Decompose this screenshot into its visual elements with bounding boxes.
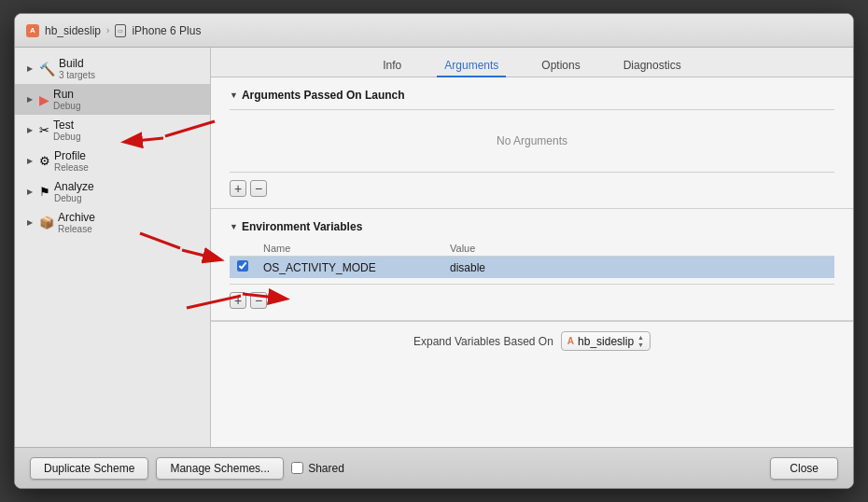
run-icon: ▶ [39,92,49,107]
run-label: Run [53,88,80,101]
env-variable-checkbox[interactable] [237,260,248,272]
profile-sublabel: Release [54,162,89,173]
arrow-icon: ▶ [24,63,35,75]
profile-label: Profile [54,149,89,162]
remove-env-button[interactable]: − [250,292,267,309]
tab-arguments[interactable]: Arguments [437,55,506,77]
env-add-remove-buttons: + − [230,292,834,309]
bottom-bar: Duplicate Scheme Manage Schemes... Share… [15,447,853,488]
arguments-section-title: Arguments Passed On Launch [242,89,405,102]
arrow-icon: ▶ [24,125,35,136]
divider [230,109,834,110]
triangle-icon: ▼ [230,91,238,100]
stepper-icon: ▲ ▼ [637,334,644,348]
name-column-header: Name [256,241,442,257]
device-name: iPhone 6 Plus [132,24,201,37]
run-sublabel: Debug [53,101,80,111]
close-button[interactable]: Close [770,457,838,480]
sidebar-item-test[interactable]: ▶ ✂ Test Debug [15,115,210,146]
analyze-label: Analyze [54,180,94,193]
env-variable-name: OS_ACTIVITY_MODE [256,257,442,279]
sidebar-item-archive[interactable]: ▶ 📦 Archive Release [15,207,210,238]
env-variable-row: OS_ACTIVITY_MODE disable [230,257,834,279]
breadcrumb-separator: › [106,25,109,35]
archive-label: Archive [58,211,95,224]
triangle-icon: ▼ [230,222,238,231]
no-arguments-text: No Arguments [230,116,834,166]
tab-info[interactable]: Info [375,55,409,77]
shared-label: Shared [308,462,344,475]
add-argument-button[interactable]: + [230,180,246,197]
env-section: ▼ Environment Variables Name Value [211,209,853,321]
bottom-left-actions: Duplicate Scheme Manage Schemes... Share… [30,457,344,480]
arrow-icon: ▶ [24,187,35,198]
expand-app-icon: A [567,336,574,346]
scheme-editor-window: A hb_sideslip › ▭ iPhone 6 Plus ▶ 🔨 Buil… [14,13,854,489]
remove-argument-button[interactable]: − [250,180,267,197]
divider [230,172,834,173]
shared-checkbox[interactable] [291,462,303,474]
arrow-icon: ▶ [24,217,35,229]
sidebar-item-analyze[interactable]: ▶ ⚑ Analyze Debug [15,176,210,207]
expand-variables-row: Expand Variables Based On A hb_sideslip … [211,321,853,360]
manage-schemes-button[interactable]: Manage Schemes... [156,457,284,480]
tab-diagnostics[interactable]: Diagnostics [616,55,689,77]
build-sublabel: 3 targets [59,70,95,80]
env-section-header: ▼ Environment Variables [230,220,834,233]
env-section-title: Environment Variables [242,220,362,233]
divider [230,284,834,285]
arguments-section-header: ▼ Arguments Passed On Launch [230,89,834,102]
add-remove-buttons: + − [230,180,834,197]
archive-icon: 📦 [39,216,54,230]
test-icon: ✂ [39,123,49,137]
sidebar-item-build[interactable]: ▶ 🔨 Build 3 targets [15,53,210,84]
analyze-icon: ⚑ [39,185,50,199]
tab-bar: Info Arguments Options Diagnostics [211,48,853,77]
app-icon: A [26,24,39,37]
right-panel: Info Arguments Options Diagnostics ▼ Arg… [211,48,853,447]
app-name: hb_sideslip [45,24,101,37]
build-icon: 🔨 [39,62,55,77]
sidebar-item-run[interactable]: ▶ ▶ Run Debug [15,84,210,115]
main-content: ▶ 🔨 Build 3 targets ▶ ▶ Run Debug ▶ ✂ [15,48,853,447]
duplicate-scheme-button[interactable]: Duplicate Scheme [30,457,148,480]
analyze-sublabel: Debug [54,193,94,203]
test-sublabel: Debug [53,132,80,142]
sidebar-item-profile[interactable]: ▶ ⚙ Profile Release [15,146,210,176]
add-env-button[interactable]: + [230,292,246,309]
title-bar: A hb_sideslip › ▭ iPhone 6 Plus [15,14,853,48]
shared-group: Shared [291,462,344,475]
env-variable-value: disable [442,257,834,279]
content-area: ▼ Arguments Passed On Launch No Argument… [211,77,853,447]
build-label: Build [59,57,95,70]
archive-sublabel: Release [58,224,95,234]
device-icon: ▭ [115,24,126,37]
arrow-icon: ▶ [24,156,35,167]
tab-options[interactable]: Options [534,55,587,77]
profile-icon: ⚙ [39,154,50,168]
expand-select-button[interactable]: A hb_sideslip ▲ ▼ [561,331,651,351]
env-variables-table: Name Value OS_ACTIVITY_MODE disable [230,241,834,278]
expand-label: Expand Variables Based On [413,335,553,348]
expand-selected-value: hb_sideslip [578,335,634,348]
test-label: Test [53,119,80,132]
value-column-header: Value [442,241,834,257]
arguments-section: ▼ Arguments Passed On Launch No Argument… [211,77,853,209]
sidebar: ▶ 🔨 Build 3 targets ▶ ▶ Run Debug ▶ ✂ [15,48,211,447]
arrow-icon: ▶ [24,94,35,105]
